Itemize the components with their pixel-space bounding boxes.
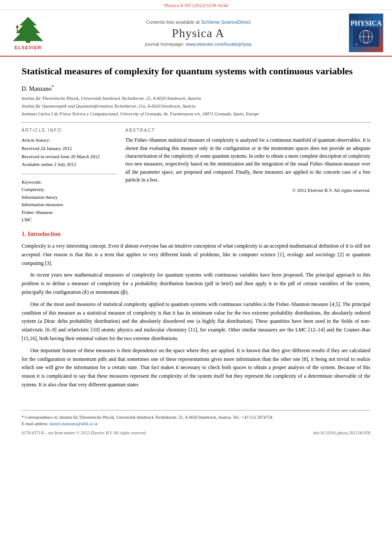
footnote-area: * Correspondence to: Institut für Theore… — [22, 410, 370, 427]
contents-available-line: Contents lists available at SciVerse Sci… — [52, 19, 344, 25]
keyword-1: Complexity — [22, 186, 117, 194]
abstract-text: The Fisher–Shannon statistical measure o… — [125, 136, 370, 184]
article-history-block: Article history: Received 24 January 201… — [22, 136, 117, 169]
introduction-heading: 1. Introduction — [22, 231, 370, 238]
footnote-email-link[interactable]: daniel.manzano@uibk.ac.at — [50, 421, 98, 426]
available-date: Available online 2 July 2012 — [22, 160, 117, 169]
physica-logo-graphic: A — [353, 27, 379, 47]
journal-reference-bar: Physica A 391 (2012) 6238–6244 — [0, 0, 392, 10]
svg-point-8 — [365, 35, 367, 38]
abstract-column: ABSTRACT The Fisher–Shannon statistical … — [125, 128, 370, 224]
intro-para-3: One of the most used measures of statist… — [22, 300, 370, 343]
revised-date: Received in revised form 20 March 2012 — [22, 153, 117, 161]
homepage-link[interactable]: www.elsevier.com/locate/physa — [185, 41, 251, 47]
physica-logo-box: PHYSICA A — [349, 13, 383, 52]
footnote-correspondence-text: Correspondence to: Institut für Theoreti… — [25, 415, 274, 420]
journal-reference: Physica A 391 (2012) 6238–6244 — [164, 3, 228, 8]
journal-header: ELSEVIER Contents lists available at Sci… — [0, 10, 392, 57]
physica-logo-text: PHYSICA — [351, 19, 382, 27]
article-info-abstract-cols: ARTICLE INFO Article history: Received 2… — [22, 128, 370, 224]
keyword-5: LMC — [22, 216, 117, 224]
keywords-label: Keywords: — [22, 179, 117, 185]
intro-para-4: One important feature of these measures … — [22, 347, 370, 389]
journal-title: Physica A — [52, 26, 344, 40]
affiliation-2: Institut für Quantenoptik und Quanteninf… — [22, 103, 370, 110]
footer-doi: doi:10.1016/j.physa.2012.06.058 — [313, 430, 370, 435]
keywords-section: Keywords: Complexity Information theory … — [22, 179, 117, 224]
affiliation-1: Institut für Theoretische Physik, Univer… — [22, 96, 370, 102]
footnote-asterisk: * — [22, 415, 24, 420]
divider-after-affiliations — [22, 122, 370, 123]
author-name: D. Manzano — [22, 85, 51, 92]
copyright-line: © 2012 Elsevier B.V. All rights reserved… — [125, 188, 370, 193]
divider-keywords — [22, 174, 117, 174]
keyword-3: Information measures — [22, 201, 117, 209]
author-asterisk: * — [51, 84, 54, 89]
affiliation-3: Instituto Carlos I de Física Teórica y C… — [22, 111, 370, 118]
svg-point-2 — [16, 25, 19, 28]
elsevier-brand-text: ELSEVIER — [15, 45, 41, 50]
elsevier-tree-icon — [11, 16, 45, 44]
article-info-column: ARTICLE INFO Article history: Received 2… — [22, 128, 117, 224]
abstract-label: ABSTRACT — [125, 128, 370, 133]
history-label: Article history: — [22, 136, 117, 144]
article-title: Statistical measures of complexity for q… — [22, 65, 370, 78]
intro-para-2: In recent years new mathematical measure… — [22, 271, 370, 296]
intro-para-1: Complexity is a very interesting concept… — [22, 242, 370, 268]
article-info-label: ARTICLE INFO — [22, 128, 117, 133]
footnote-correspondence: * Correspondence to: Institut für Theore… — [22, 414, 370, 420]
footer-issn: 0378-4371/$ – see front matter © 2012 El… — [22, 430, 147, 435]
elsevier-logo: ELSEVIER — [9, 16, 48, 50]
footer-bottom: 0378-4371/$ – see front matter © 2012 El… — [0, 430, 392, 439]
page-wrapper: Physica A 391 (2012) 6238–6244 ELSEVIER … — [0, 0, 392, 535]
journal-center-info: Contents lists available at SciVerse Sci… — [52, 19, 344, 47]
sciverse-link[interactable]: SciVerse ScienceDirect — [201, 19, 250, 25]
svg-text:A: A — [355, 43, 357, 46]
footnote-email-label: E-mail address: — [22, 421, 48, 426]
footnote-email-line: E-mail address: daniel.manzano@uibk.ac.a… — [22, 420, 370, 427]
author-line: D. Manzano* — [22, 84, 370, 92]
received-date: Received 24 January 2012 — [22, 144, 117, 153]
journal-homepage-line: journal homepage: www.elsevier.com/locat… — [52, 41, 344, 47]
main-content: Statistical measures of complexity for q… — [0, 57, 392, 401]
keyword-4: Fisher–Shannon — [22, 209, 117, 217]
keyword-2: Information theory — [22, 194, 117, 201]
